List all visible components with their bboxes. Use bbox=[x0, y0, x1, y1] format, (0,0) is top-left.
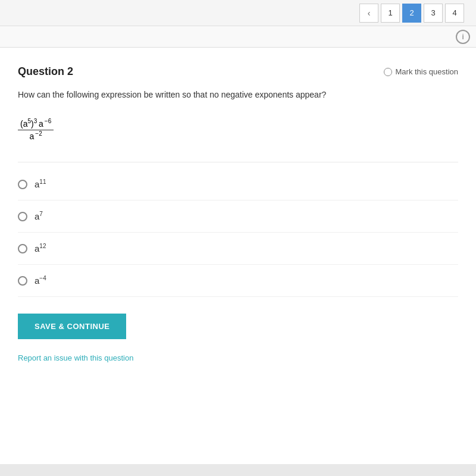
question-header: Question 2 Mark this question bbox=[18, 65, 458, 78]
question-prompt: How can the following expression be writ… bbox=[18, 89, 458, 101]
report-issue-link[interactable]: Report an issue with this question bbox=[18, 353, 458, 362]
save-continue-button[interactable]: SAVE & CONTINUE bbox=[18, 314, 126, 339]
fraction-denominator: a −2 bbox=[27, 130, 45, 141]
secondary-bar: i bbox=[0, 26, 476, 48]
page-3-button[interactable]: 3 bbox=[424, 4, 443, 23]
page-2-button[interactable]: 2 bbox=[402, 4, 421, 23]
option-a7-label: a7 bbox=[35, 211, 43, 221]
radio-a11[interactable] bbox=[18, 180, 27, 189]
option-a11-label: a11 bbox=[35, 179, 46, 189]
radio-a-4[interactable] bbox=[18, 276, 27, 286]
option-a12[interactable]: a12 bbox=[18, 233, 458, 265]
fraction-numerator: (a5)3 a −6 bbox=[18, 119, 54, 130]
answer-options: a11 a7 a12 a−4 bbox=[18, 168, 458, 297]
mark-question-button[interactable]: Mark this question bbox=[384, 67, 459, 76]
option-a7[interactable]: a7 bbox=[18, 201, 458, 233]
option-a11[interactable]: a11 bbox=[18, 168, 458, 201]
radio-a7[interactable] bbox=[18, 212, 27, 221]
math-expression: (a5)3 a −6 a −2 bbox=[18, 113, 54, 147]
prev-page-button[interactable]: ‹ bbox=[359, 4, 378, 23]
option-a-4[interactable]: a−4 bbox=[18, 265, 458, 297]
option-a-4-label: a−4 bbox=[35, 275, 46, 286]
mark-circle-icon bbox=[384, 68, 392, 76]
fraction-expression: (a5)3 a −6 a −2 bbox=[18, 119, 54, 141]
page-1-button[interactable]: 1 bbox=[381, 4, 400, 23]
question-title: Question 2 bbox=[18, 65, 73, 78]
page-4-button[interactable]: 4 bbox=[445, 4, 464, 23]
main-content: Question 2 Mark this question How can th… bbox=[0, 48, 476, 464]
mark-question-label: Mark this question bbox=[396, 67, 459, 76]
radio-a12[interactable] bbox=[18, 244, 27, 253]
info-icon[interactable]: i bbox=[456, 30, 470, 44]
expression-divider bbox=[18, 162, 458, 162]
option-a12-label: a12 bbox=[35, 243, 46, 253]
top-navigation-bar: ‹ 1 2 3 4 bbox=[0, 0, 476, 26]
